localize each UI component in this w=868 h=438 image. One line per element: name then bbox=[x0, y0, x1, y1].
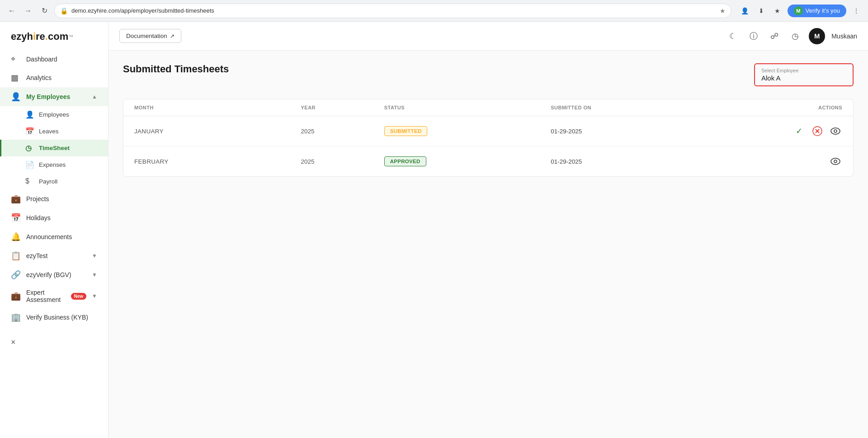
sidebar-collapse-button[interactable]: × bbox=[11, 338, 97, 347]
employee-select-box[interactable]: Select Employee Alok A bbox=[754, 63, 854, 86]
expert-assessment-icon: 💼 bbox=[11, 291, 21, 301]
sidebar-item-label: ezyVerify (BGV) bbox=[26, 271, 71, 278]
sidebar-logo: ezyhire.com™ bbox=[0, 22, 108, 50]
sidebar-sub-employees[interactable]: 👤 Employees bbox=[0, 106, 108, 123]
page-title: Submitted Timesheets bbox=[123, 63, 229, 75]
payroll-icon: $ bbox=[25, 177, 34, 185]
browser-profile-icon[interactable]: 👤 bbox=[739, 5, 751, 17]
sidebar-item-label: My Employees bbox=[26, 93, 70, 100]
chevron-down-icon: ▼ bbox=[92, 253, 97, 259]
cell-month: JANUARY bbox=[134, 128, 301, 135]
ezyverify-icon: 🔗 bbox=[11, 270, 21, 280]
table-header: MONTH YEAR STATUS SUBMITTED ON ACTIONS bbox=[123, 99, 853, 116]
view-icon bbox=[830, 158, 840, 165]
col-submitted-on: SUBMITTED ON bbox=[551, 105, 717, 110]
dashboard-icon: ⌖ bbox=[11, 54, 21, 64]
svg-point-6 bbox=[834, 160, 837, 163]
holidays-icon: 📅 bbox=[11, 213, 21, 223]
page-header: Submitted Timesheets Select Employee Alo… bbox=[123, 63, 854, 86]
sidebar-item-label: Expert Assessment bbox=[26, 289, 63, 303]
status-badge-approved: APPROVED bbox=[384, 156, 426, 166]
reject-button[interactable] bbox=[811, 124, 824, 138]
sidebar-item-ezytest[interactable]: 📋 ezyTest ▼ bbox=[0, 246, 108, 265]
sidebar: ezyhire.com™ ⌖ Dashboard ▩ Analytics 👤 M… bbox=[0, 22, 108, 438]
cell-year: 2025 bbox=[301, 128, 384, 135]
sidebar-sub-leaves[interactable]: 📅 Leaves bbox=[0, 123, 108, 140]
expenses-icon: 📄 bbox=[25, 160, 34, 169]
col-status: STATUS bbox=[384, 105, 551, 110]
sidebar-sub-label: TimeSheet bbox=[39, 145, 70, 151]
view-button[interactable] bbox=[829, 124, 842, 138]
new-badge: New bbox=[71, 293, 87, 300]
documentation-button[interactable]: Documentation ↗ bbox=[119, 29, 181, 43]
sidebar-sub-payroll[interactable]: $ Payroll bbox=[0, 173, 108, 189]
url-text: demo.ezyhire.com/app/employer/submitted-… bbox=[71, 7, 716, 14]
view-button[interactable] bbox=[829, 155, 842, 168]
sidebar-item-label: Holidays bbox=[26, 214, 51, 221]
sidebar-item-verify-business[interactable]: 🏢 Verify Business (KYB) bbox=[0, 308, 108, 327]
leaves-icon: 📅 bbox=[25, 127, 34, 136]
projects-icon: 💼 bbox=[11, 194, 21, 204]
sidebar-sub-label: Leaves bbox=[39, 128, 59, 135]
sidebar-item-dashboard[interactable]: ⌖ Dashboard bbox=[0, 50, 108, 68]
sidebar-item-label: Dashboard bbox=[26, 56, 57, 63]
status-badge-submitted: SUBMITTED bbox=[384, 126, 428, 136]
sidebar-item-my-employees[interactable]: 👤 My Employees ▲ bbox=[0, 87, 108, 106]
cell-actions: ✓ bbox=[717, 124, 842, 138]
ezytest-icon: 📋 bbox=[11, 251, 21, 261]
reload-button[interactable]: ↻ bbox=[38, 5, 51, 17]
help-button[interactable]: ⓘ bbox=[746, 29, 761, 43]
analytics-icon: ▩ bbox=[11, 73, 21, 83]
user-avatar[interactable]: M bbox=[809, 28, 825, 44]
verify-button[interactable]: M Verify it's you bbox=[788, 5, 846, 17]
history-button[interactable]: ◷ bbox=[788, 29, 802, 43]
sidebar-sub-expenses[interactable]: 📄 Expenses bbox=[0, 156, 108, 173]
top-bar: Documentation ↗ ☾ ⓘ ☍ ◷ M Muskaan bbox=[108, 22, 868, 51]
forward-button[interactable]: → bbox=[22, 5, 34, 17]
main-content: Documentation ↗ ☾ ⓘ ☍ ◷ M Muskaan Submit… bbox=[108, 22, 868, 438]
browser-actions: 👤 ⬇ ★ M Verify it's you ⋮ bbox=[739, 5, 863, 17]
table-row: FEBRUARY 2025 APPROVED 01-29-2025 bbox=[123, 146, 853, 176]
cell-month: FEBRUARY bbox=[134, 158, 301, 165]
dark-mode-button[interactable]: ☾ bbox=[726, 29, 740, 43]
timesheet-icon: ◷ bbox=[25, 144, 34, 152]
address-bar: 🔒 demo.ezyhire.com/app/employer/submitte… bbox=[54, 4, 731, 18]
download-icon[interactable]: ⬇ bbox=[755, 5, 768, 17]
verify-business-icon: 🏢 bbox=[11, 312, 21, 322]
col-year: YEAR bbox=[301, 105, 384, 110]
sidebar-item-label: ezyTest bbox=[26, 252, 47, 259]
page-body: Submitted Timesheets Select Employee Alo… bbox=[108, 51, 868, 438]
sidebar-item-analytics[interactable]: ▩ Analytics bbox=[0, 68, 108, 87]
svg-point-4 bbox=[834, 130, 837, 132]
sidebar-item-ezyverify[interactable]: 🔗 ezyVerify (BGV) ▼ bbox=[0, 265, 108, 284]
employee-select-value: Alok A bbox=[761, 74, 846, 82]
sidebar-sub-label: Employees bbox=[39, 111, 69, 118]
menu-icon[interactable]: ⋮ bbox=[850, 5, 863, 17]
back-button[interactable]: ← bbox=[5, 5, 18, 17]
approve-button[interactable]: ✓ bbox=[793, 124, 806, 138]
bookmark-icon[interactable]: ★ bbox=[771, 5, 784, 17]
announcements-icon: 🔔 bbox=[11, 232, 21, 242]
employee-select-label: Select Employee bbox=[761, 68, 846, 73]
messages-button[interactable]: ☍ bbox=[767, 29, 782, 43]
sidebar-item-projects[interactable]: 💼 Projects bbox=[0, 189, 108, 208]
cell-actions bbox=[717, 155, 842, 168]
cell-status: APPROVED bbox=[384, 156, 551, 166]
sidebar-item-announcements[interactable]: 🔔 Announcements bbox=[0, 227, 108, 246]
sidebar-item-label: Announcements bbox=[26, 233, 72, 240]
cell-submitted-on: 01-29-2025 bbox=[551, 128, 717, 135]
sidebar-item-label: Analytics bbox=[26, 74, 52, 81]
sidebar-sub-timesheet[interactable]: ◷ TimeSheet bbox=[0, 140, 108, 156]
sidebar-sub-label: Expenses bbox=[39, 161, 66, 168]
user-name[interactable]: Muskaan bbox=[831, 33, 857, 40]
sidebar-item-expert-assessment[interactable]: 💼 Expert Assessment New ▼ bbox=[0, 284, 108, 308]
chevron-up-icon: ▲ bbox=[92, 94, 97, 100]
svg-point-5 bbox=[831, 158, 840, 165]
sidebar-item-label: Verify Business (KYB) bbox=[26, 314, 88, 321]
cell-status: SUBMITTED bbox=[384, 126, 551, 136]
view-icon bbox=[830, 127, 840, 135]
sidebar-item-holidays[interactable]: 📅 Holidays bbox=[0, 208, 108, 227]
col-actions: ACTIONS bbox=[717, 105, 842, 110]
sidebar-item-label: Projects bbox=[26, 195, 49, 203]
svg-point-3 bbox=[831, 128, 840, 134]
